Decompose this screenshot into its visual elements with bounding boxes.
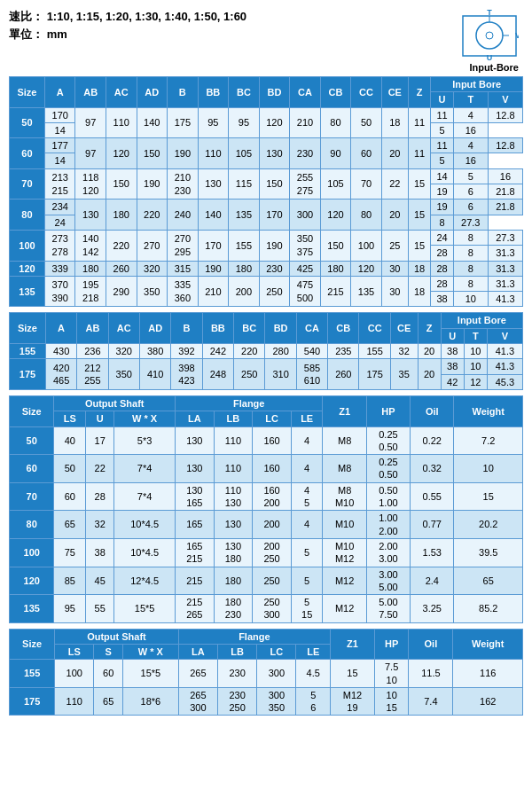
lc-cell: 300350	[257, 687, 296, 716]
ad-cell: 270	[137, 230, 168, 261]
ce-cell: 25	[381, 230, 408, 261]
la-cell: 130	[176, 455, 215, 483]
unit-value: mm	[47, 27, 67, 41]
ac-cell: 260	[106, 261, 137, 276]
input-bore-header-t1: Input Bore	[431, 77, 523, 92]
col-a: A	[45, 313, 76, 344]
t-cell: 4	[453, 107, 488, 122]
lc-cell: 160	[253, 426, 292, 455]
cc-cell: 135	[351, 276, 382, 307]
svg-point-1	[476, 22, 503, 49]
bc-cell: 105	[229, 138, 260, 169]
le-cell: 515	[291, 595, 323, 623]
col-cc: CC	[359, 313, 390, 344]
ce-cell: 30	[381, 261, 408, 276]
col-hp: HP	[366, 395, 410, 426]
ab-cell: 97	[75, 138, 106, 169]
size-cell: 80	[10, 200, 45, 231]
size-cell: 70	[10, 168, 45, 200]
t-cell: 6	[453, 200, 488, 215]
la-cell: 165	[176, 511, 215, 539]
z1-cell: M8	[323, 426, 366, 455]
wx-cell: 7*4	[114, 482, 176, 511]
oil-cell: 2.4	[411, 567, 454, 595]
cb-cell: 180	[320, 261, 351, 276]
u-cell: 38	[441, 359, 464, 374]
table-row: 1554302363203803922422202805402351553220…	[10, 344, 523, 359]
ac-cell: 320	[108, 344, 139, 359]
v-cell: 12.8	[488, 138, 522, 153]
z1-cell: M1219	[330, 687, 374, 716]
table3-header: Size Output Shaft Flange Z1 HP Oil Weigh…	[10, 395, 523, 411]
z-cell: 20	[418, 344, 441, 359]
b-cell: 315	[168, 261, 199, 276]
weight-cell: 20.2	[454, 511, 523, 539]
bb-cell: 242	[202, 344, 233, 359]
size-cell: 120	[10, 567, 54, 595]
svg-text:V: V	[515, 31, 519, 40]
ab-cell: 195218	[75, 276, 106, 307]
le-cell: 56	[296, 687, 330, 716]
t-cell: 10	[464, 359, 487, 374]
u-cell: 42	[441, 374, 464, 389]
size-cell: 155	[10, 344, 46, 359]
table-row: 1754204652122553504103984232482503105856…	[10, 359, 523, 374]
b-cell: 175	[168, 107, 199, 138]
speed-label: 速比：	[9, 10, 43, 23]
col-bb: BB	[198, 77, 229, 108]
col-bb: BB	[202, 313, 233, 344]
gear-diagram: T V U	[461, 9, 519, 62]
ca-cell: 425	[290, 261, 321, 276]
bc-cell: 250	[234, 359, 265, 390]
le-cell: 4	[291, 455, 323, 483]
col-le: LE	[296, 644, 330, 659]
ac-cell: 120	[106, 138, 137, 169]
lc-cell: 200	[253, 511, 292, 539]
table-row: 6017797120150190110105130230906020111141…	[10, 138, 523, 153]
u-cell: 28	[431, 276, 454, 291]
z-cell: 18	[408, 261, 431, 276]
hp-cell: 0.250.50	[366, 455, 410, 483]
t-cell: 5	[431, 122, 454, 137]
speed-values: 1:10, 1:15, 1:20, 1:30, 1:40, 1:50, 1:60	[47, 10, 246, 23]
col-ab: AB	[75, 77, 106, 108]
v-cell: 41.3	[488, 292, 522, 307]
u-cell: 14	[44, 122, 75, 137]
hp-cell: 7.510	[374, 660, 408, 688]
lb-cell: 130	[214, 511, 253, 539]
col-bd: BD	[265, 313, 296, 344]
bb-cell: 110	[198, 138, 229, 169]
col-cb: CB	[328, 313, 359, 344]
bc-cell: 180	[229, 261, 260, 276]
col-z: Z	[418, 313, 441, 344]
ca-cell: 350375	[290, 230, 321, 261]
u-cell: 28	[431, 246, 454, 261]
size-cell: 135	[10, 276, 45, 307]
z1-cell: 15	[330, 660, 374, 688]
col-lb: LB	[214, 411, 253, 426]
u-cell: 24	[431, 230, 454, 245]
size-cell: 100	[10, 538, 54, 567]
wx-cell: 15*5	[123, 660, 179, 688]
col-size: Size	[10, 77, 45, 108]
u-cell: 28	[86, 482, 114, 511]
col-ca: CA	[290, 77, 321, 108]
bc-cell: 155	[229, 230, 260, 261]
weight-cell: 15	[454, 482, 523, 511]
z1-cell: M8M10	[323, 482, 366, 511]
bb-cell: 140	[198, 200, 229, 231]
t-cell: 12	[464, 374, 487, 389]
lb-cell: 180230	[214, 595, 253, 623]
z-cell: 15	[408, 230, 431, 261]
hp-cell: 1015	[374, 687, 408, 716]
le-cell: 5	[291, 567, 323, 595]
size-cell: 50	[10, 107, 45, 138]
table-row: 135955515*5215265180230250300515M125.007…	[10, 595, 523, 623]
header-area: 速比： 1:10, 1:15, 1:20, 1:30, 1:40, 1:50, …	[9, 9, 523, 73]
hp-cell: 5.007.50	[366, 595, 410, 623]
col-cb: CB	[320, 77, 351, 108]
la-cell: 130165	[176, 482, 215, 511]
a-cell: 273278	[44, 230, 75, 261]
svg-point-2	[486, 32, 493, 39]
size-cell: 100	[10, 230, 45, 261]
